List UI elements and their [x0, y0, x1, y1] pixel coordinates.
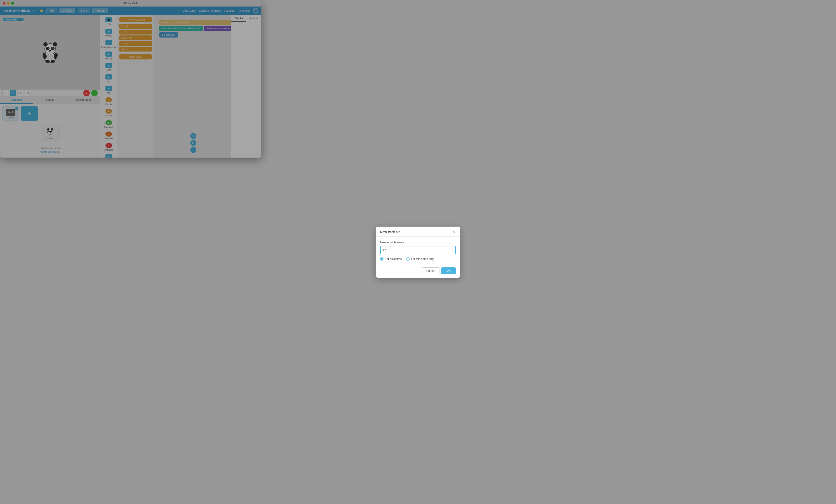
- modal-overlay: New Variable × New variable name: For al…: [0, 0, 261, 158]
